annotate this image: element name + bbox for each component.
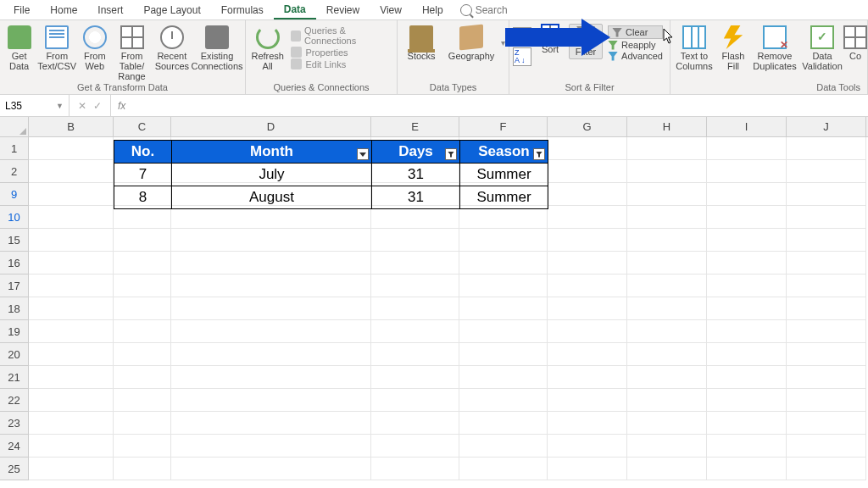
enter-formula-icon[interactable]: ✓ <box>93 100 102 112</box>
cell[interactable] <box>29 160 114 183</box>
cell[interactable] <box>29 274 114 297</box>
cell[interactable] <box>548 412 627 435</box>
col-header[interactable]: H <box>627 117 707 136</box>
reapply-button[interactable]: Reapply <box>608 40 663 50</box>
grid-row[interactable]: 22 <box>0 389 868 412</box>
cell[interactable] <box>548 229 627 252</box>
cell[interactable] <box>548 160 627 183</box>
cell[interactable] <box>787 137 866 160</box>
row-header[interactable]: 21 <box>0 366 29 389</box>
tell-me-search[interactable]: Search <box>460 4 508 16</box>
cell[interactable] <box>548 252 627 274</box>
cell[interactable] <box>707 320 787 343</box>
sort-asc-button[interactable]: AZ ↓ <box>513 27 531 46</box>
cell[interactable] <box>371 229 459 252</box>
cell[interactable] <box>114 458 171 480</box>
cell[interactable] <box>459 274 548 297</box>
row-header[interactable]: 17 <box>0 274 29 297</box>
cell[interactable] <box>548 320 627 343</box>
cell[interactable] <box>371 412 459 435</box>
cell[interactable] <box>627 458 707 480</box>
edit-links-button[interactable]: Edit Links <box>291 58 390 69</box>
filter-dropdown-icon[interactable] <box>357 148 369 160</box>
table-header-season[interactable]: Season <box>460 141 548 164</box>
name-box[interactable]: L35 ▼ <box>0 95 70 116</box>
recent-sources-button[interactable]: Recent Sources <box>153 24 191 71</box>
cell[interactable] <box>29 320 114 343</box>
cell[interactable] <box>548 206 627 229</box>
tab-file[interactable]: File <box>3 1 40 19</box>
row-header[interactable]: 18 <box>0 297 29 320</box>
stocks-button[interactable]: Stocks <box>401 24 442 61</box>
cell[interactable] <box>548 458 627 480</box>
cell[interactable] <box>787 320 866 343</box>
cell[interactable] <box>171 320 371 343</box>
table-header-days[interactable]: Days <box>372 141 460 164</box>
table-row[interactable]: 7 July 31 Summer <box>114 164 548 186</box>
cell[interactable] <box>627 320 707 343</box>
properties-button[interactable]: Properties <box>291 47 390 58</box>
cell[interactable] <box>627 343 707 366</box>
cell[interactable] <box>114 389 171 412</box>
tab-page-layout[interactable]: Page Layout <box>133 1 210 19</box>
existing-connections-button[interactable]: Existing Connections <box>192 24 242 71</box>
cell[interactable] <box>29 412 114 435</box>
cell[interactable] <box>459 412 548 435</box>
cell[interactable] <box>171 206 371 229</box>
cell[interactable] <box>29 229 114 252</box>
cell[interactable] <box>459 297 548 320</box>
cell[interactable] <box>548 343 627 366</box>
cell[interactable] <box>114 274 171 297</box>
cell[interactable] <box>707 366 787 389</box>
cell[interactable] <box>787 252 866 274</box>
cell[interactable] <box>627 137 707 160</box>
cell[interactable] <box>171 435 371 458</box>
tab-help[interactable]: Help <box>412 1 453 19</box>
cell[interactable] <box>114 320 171 343</box>
fx-icon[interactable]: fx <box>111 100 132 112</box>
cell[interactable] <box>114 343 171 366</box>
cell[interactable] <box>459 206 548 229</box>
grid-row[interactable]: 24 <box>0 435 868 458</box>
grid-row[interactable]: 16 <box>0 252 868 274</box>
cell[interactable] <box>371 252 459 274</box>
cell[interactable] <box>371 366 459 389</box>
cell[interactable] <box>371 435 459 458</box>
col-header[interactable]: D <box>171 117 371 136</box>
cell[interactable] <box>114 229 171 252</box>
tab-data[interactable]: Data <box>274 0 316 19</box>
tab-formulas[interactable]: Formulas <box>211 1 274 19</box>
cell[interactable] <box>114 252 171 274</box>
cell[interactable] <box>548 297 627 320</box>
cell[interactable] <box>787 389 866 412</box>
cell[interactable] <box>459 252 548 274</box>
table-row[interactable]: 8 August 31 Summer <box>114 186 548 209</box>
cell[interactable] <box>459 320 548 343</box>
cell[interactable] <box>459 458 548 480</box>
cell[interactable] <box>707 160 787 183</box>
cell[interactable] <box>627 229 707 252</box>
col-header[interactable]: I <box>707 117 787 136</box>
cell[interactable] <box>627 252 707 274</box>
grid-row[interactable]: 21 <box>0 366 868 389</box>
cell[interactable] <box>371 274 459 297</box>
tab-review[interactable]: Review <box>316 1 370 19</box>
cell[interactable] <box>787 343 866 366</box>
cell[interactable] <box>171 252 371 274</box>
cell[interactable] <box>459 366 548 389</box>
tab-view[interactable]: View <box>370 1 412 19</box>
cell[interactable] <box>29 458 114 480</box>
cell[interactable] <box>787 412 866 435</box>
consolidate-button[interactable]: Co <box>847 24 864 61</box>
row-header[interactable]: 16 <box>0 252 29 274</box>
cell[interactable] <box>371 206 459 229</box>
cell[interactable] <box>371 389 459 412</box>
row-header[interactable]: 10 <box>0 206 29 229</box>
advanced-filter-button[interactable]: Advanced <box>608 51 663 61</box>
cell[interactable] <box>114 297 171 320</box>
data-types-more[interactable]: ▾ <box>501 38 505 47</box>
col-header[interactable]: G <box>548 117 627 136</box>
cell[interactable] <box>707 343 787 366</box>
table-header-month[interactable]: Month <box>172 141 372 164</box>
cell[interactable] <box>707 297 787 320</box>
